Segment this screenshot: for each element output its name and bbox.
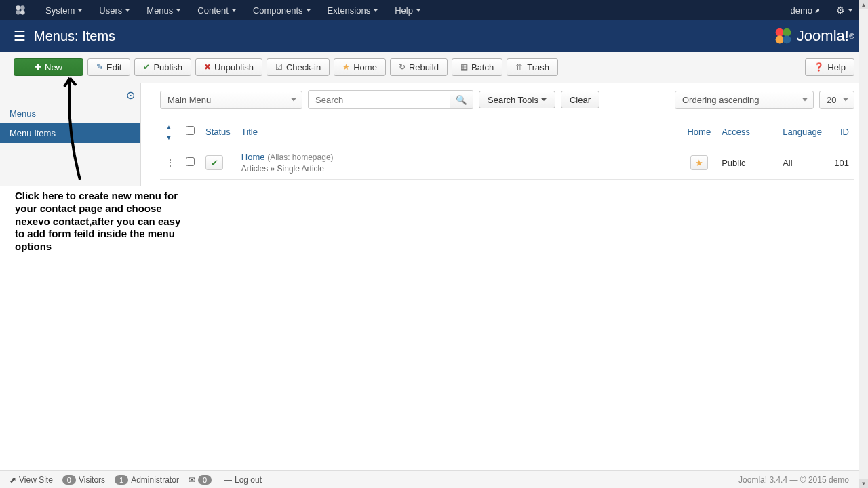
nav-extensions[interactable]: Extensions: [319, 0, 387, 20]
svg-point-6: [775, 35, 783, 43]
sidebar-item-menu-items[interactable]: Menu Items: [0, 123, 140, 143]
home-toggle[interactable]: ★: [690, 155, 708, 170]
content-area: Main Menu 🔍 Search Tools Clear Ordering …: [141, 83, 868, 186]
checkall-checkbox[interactable]: [186, 126, 195, 135]
action-toolbar: ✚New ✎Edit ✔Publish ✖Unpublish ☑Check-in…: [0, 52, 868, 83]
browser-scrollbar[interactable]: ▲ ▼: [859, 0, 868, 186]
item-language: All: [777, 146, 827, 180]
sidebar-collapse-icon[interactable]: ⊙: [126, 89, 135, 102]
nav-settings[interactable]: ⚙: [828, 0, 861, 20]
sidebar: ⊙ Menus Menu Items: [0, 83, 141, 186]
rebuild-button[interactable]: ↻Rebuild: [390, 58, 448, 76]
nav-user[interactable]: demo⬈: [782, 0, 828, 20]
new-button[interactable]: ✚New: [14, 58, 83, 76]
joomla-logo: Joomla!®: [774, 26, 854, 45]
help-button[interactable]: ❓Help: [805, 58, 854, 76]
unpublish-button[interactable]: ✖Unpublish: [195, 58, 262, 76]
joomla-menu-icon[interactable]: [7, 0, 37, 20]
svg-point-2: [16, 10, 20, 15]
plus-icon: ✚: [35, 62, 41, 72]
item-alias: (Alias: homepage): [267, 152, 333, 162]
item-access: Public: [716, 146, 777, 180]
svg-point-1: [20, 5, 25, 10]
ordering-select[interactable]: Ordering ascending: [675, 91, 814, 109]
nav-system[interactable]: System: [37, 0, 91, 20]
table-row: ⋮ ✔ Home (Alias: homepage) Articles » Si…: [160, 146, 854, 180]
search-icon: 🔍: [456, 95, 467, 105]
item-meta: Articles » Single Article: [241, 164, 677, 174]
svg-point-5: [783, 28, 791, 37]
list-icon: ☰: [14, 28, 26, 44]
page-header: ☰Menus: Items Joomla!®: [0, 20, 868, 52]
col-title[interactable]: Title: [236, 117, 682, 146]
home-button[interactable]: ★Home: [334, 58, 386, 76]
col-status[interactable]: Status: [200, 117, 236, 146]
page-title: ☰Menus: Items: [14, 28, 115, 44]
nav-users[interactable]: Users: [91, 0, 138, 20]
batch-button[interactable]: ▦Batch: [452, 58, 502, 76]
edit-icon: ✎: [96, 62, 103, 72]
col-home[interactable]: Home: [682, 117, 716, 146]
top-navbar: System Users Menus Content Components Ex…: [0, 0, 868, 20]
trash-button[interactable]: 🗑Trash: [507, 58, 558, 76]
col-order[interactable]: ▲▼: [160, 117, 180, 146]
items-table: ▲▼ Status Title Home Access Language ID …: [160, 117, 854, 180]
checkin-button[interactable]: ☑Check-in: [267, 58, 330, 76]
drag-handle-icon[interactable]: ⋮: [165, 157, 175, 168]
filter-bar: Main Menu 🔍 Search Tools Clear Ordering …: [160, 90, 854, 109]
external-link-icon: ⬈: [814, 7, 820, 14]
status-toggle[interactable]: ✔: [205, 155, 223, 170]
scroll-up-icon[interactable]: ▲: [859, 0, 868, 9]
nav-help[interactable]: Help: [387, 0, 429, 20]
nav-menus[interactable]: Menus: [138, 0, 189, 20]
edit-button[interactable]: ✎Edit: [87, 58, 130, 76]
svg-point-4: [775, 28, 783, 37]
sidebar-item-menus[interactable]: Menus: [0, 104, 140, 123]
col-id[interactable]: ID: [827, 117, 854, 146]
gear-icon: ⚙: [836, 5, 845, 16]
search-input[interactable]: [308, 90, 450, 109]
help-icon: ❓: [814, 62, 824, 72]
svg-point-7: [783, 35, 791, 43]
col-checkall[interactable]: [180, 117, 200, 146]
nav-components[interactable]: Components: [245, 0, 319, 20]
nav-content[interactable]: Content: [189, 0, 245, 20]
checkbox-icon: ☑: [275, 62, 283, 72]
refresh-icon: ↻: [399, 62, 406, 72]
trash-icon: 🗑: [515, 62, 524, 72]
svg-point-3: [20, 10, 25, 15]
search-button[interactable]: 🔍: [450, 90, 473, 109]
publish-button[interactable]: ✔Publish: [134, 58, 191, 76]
star-icon: ★: [695, 158, 703, 168]
sort-icon: ▲▼: [165, 123, 172, 141]
item-title-link[interactable]: Home: [241, 152, 265, 162]
search-tools-button[interactable]: Search Tools: [479, 91, 555, 108]
check-icon: ✔: [211, 158, 218, 168]
batch-icon: ▦: [460, 62, 468, 72]
item-id: 101: [827, 146, 854, 180]
col-language[interactable]: Language: [777, 117, 827, 146]
svg-point-0: [16, 5, 20, 10]
cancel-icon: ✖: [204, 62, 211, 72]
menu-select[interactable]: Main Menu: [160, 91, 302, 109]
check-icon: ✔: [143, 62, 150, 72]
limit-select[interactable]: 20: [819, 91, 854, 109]
clear-button[interactable]: Clear: [561, 91, 599, 108]
col-access[interactable]: Access: [716, 117, 777, 146]
row-checkbox[interactable]: [186, 157, 195, 166]
star-icon: ★: [342, 62, 350, 72]
